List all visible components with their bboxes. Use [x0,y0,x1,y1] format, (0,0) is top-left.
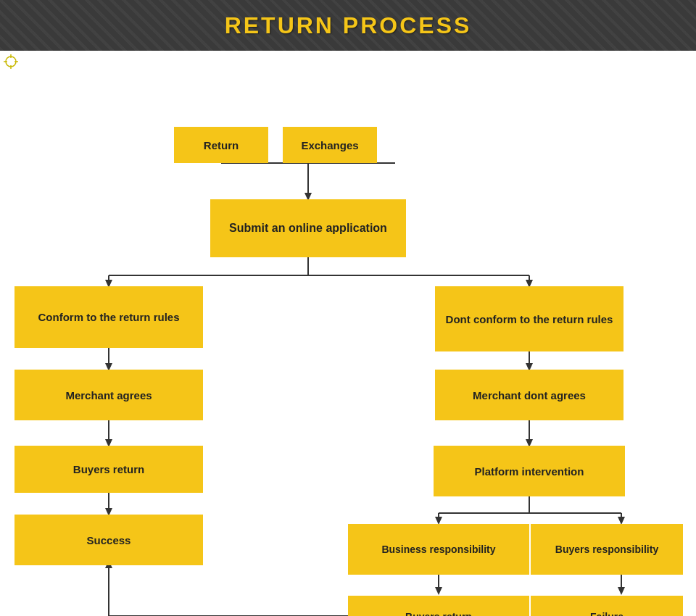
crosshair-icon [4,54,18,69]
success-box: Success [14,515,203,565]
conform-box: Conform to the return rules [14,286,203,348]
buyers-return-left-box: Buyers return [14,446,203,493]
merchant-dont-box: Merchant dont agrees [435,370,624,420]
return-box: Return [174,127,268,163]
svg-marker-31 [618,587,625,595]
dont-conform-box: Dont conform to the return rules [435,286,624,351]
platform-box: Platform intervention [434,446,625,496]
submit-box: Submit an online application [210,199,406,257]
svg-point-36 [6,57,16,67]
exchanges-box: Exchanges [283,127,377,163]
buyers-resp-box: Buyers responsibility [531,524,683,575]
svg-marker-29 [435,587,442,595]
merchant-agrees-box: Merchant agrees [14,370,203,420]
header: RETURN PROCESS [0,0,696,51]
business-resp-box: Business responsibility [348,524,529,575]
buyers-return-right-box: Buyers return [348,596,529,616]
diagram: Return Exchanges Submit an online applic… [0,51,696,616]
failure-box: Failure [531,596,683,616]
header-title: RETURN PROCESS [225,12,472,39]
